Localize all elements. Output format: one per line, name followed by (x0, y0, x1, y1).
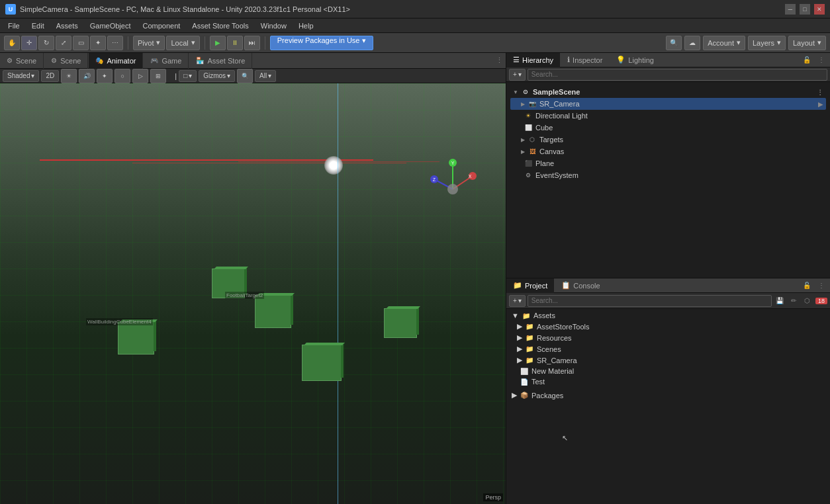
menu-edit[interactable]: Edit (26, 21, 50, 31)
packages-icon: 📦 (520, 392, 528, 399)
sep1 (128, 36, 128, 50)
transform-tool[interactable]: ✦ (90, 36, 106, 50)
orientation-gizmo[interactable]: X Y Z (426, 156, 479, 216)
project-toolbar: + ▾ 💾 ✏ ⬡ 18 (506, 293, 830, 309)
perspective-label: Persp (483, 493, 503, 501)
scene-tab-2-label: Scene (60, 57, 81, 65)
preview-packages-button[interactable]: Preview Packages in Use ▾ (270, 36, 373, 50)
sky-toggle[interactable]: ○ (115, 69, 130, 83)
right-panel: ☰ Hierarchy ℹ Inspector 💡 Lighting 🔓 ⋮ (506, 53, 830, 504)
search-scene-icon[interactable]: 🔍 (237, 69, 253, 83)
project-tab[interactable]: 📁 Project (506, 278, 554, 293)
hierarchy-scene-options[interactable]: ⋮ (817, 89, 823, 96)
pivot-dropdown[interactable]: Pivot ▾ (133, 36, 165, 50)
shading-mode-dropdown[interactable]: Shaded ▾ (3, 70, 39, 82)
hierarchy-search-input[interactable] (528, 69, 827, 81)
scene-tab-1[interactable]: ⚙ Scene (0, 53, 44, 69)
maximize-button[interactable]: □ (800, 4, 810, 15)
sr-camera-options[interactable]: ▶ (818, 101, 823, 108)
asset-store-tab[interactable]: 🏪 Asset Store (189, 53, 252, 69)
project-save-icon[interactable]: 💾 (774, 295, 786, 307)
hierarchy-tab[interactable]: ☰ Hierarchy (506, 53, 560, 67)
hierarchy-options-button[interactable]: ⋮ (815, 54, 827, 66)
scene-tab-2[interactable]: ⚙ Scene (44, 53, 88, 69)
hierarchy-tab-label: Hierarchy (522, 56, 553, 64)
rect-tool[interactable]: ▭ (73, 36, 89, 50)
project-lock-button[interactable]: 🔓 (801, 280, 813, 292)
animator-tab[interactable]: 🎭 Animator (89, 53, 143, 69)
audio-toggle[interactable]: 🔊 (79, 69, 95, 83)
project-add-button[interactable]: + ▾ (509, 295, 526, 307)
left-panel: ⚙ Scene ⚙ Scene 🎭 Animator 🎮 Game 🏪 Asse… (0, 53, 506, 504)
menu-gameobject[interactable]: GameObject (85, 21, 136, 31)
menu-window[interactable]: Window (255, 21, 292, 31)
project-options-button[interactable]: ⋮ (815, 280, 827, 292)
minimize-button[interactable]: ─ (785, 4, 796, 15)
menu-assetstoretools[interactable]: Asset Store Tools (187, 21, 254, 31)
sr-camera-folder[interactable]: ▶ 📁 SR_Camera (509, 355, 827, 366)
hierarchy-item-canvas[interactable]: ▶ 🖼 Canvas (510, 146, 826, 157)
scene-canvas[interactable]: WallBuildingCubeElement4 FootballTarget2… (0, 83, 506, 504)
project-edit-icon[interactable]: ✏ (788, 295, 800, 307)
custom-tool[interactable]: ⋯ (107, 36, 123, 50)
assetstoretools-folder[interactable]: ▶ 📁 AssetStoreTools (509, 321, 827, 332)
packages-root-item[interactable]: ▶ 📦 Packages (509, 390, 827, 401)
new-material-item[interactable]: ⬜ New Material (509, 366, 827, 376)
gizmos-dropdown[interactable]: Gizmos ▾ (199, 70, 235, 82)
menu-help[interactable]: Help (293, 21, 319, 31)
fx-toggle[interactable]: ✦ (97, 69, 113, 83)
hierarchy-item-sr-camera[interactable]: ▶ 📷 SR_Camera ▶ (510, 98, 826, 110)
scene-search-dropdown[interactable]: All ▾ (255, 70, 276, 82)
horizon-line-2 (132, 163, 406, 163)
anim-toggle[interactable]: ▷ (132, 69, 148, 83)
cloud-icon-btn[interactable]: ☁ (684, 36, 700, 50)
test-item[interactable]: 📄 Test (509, 376, 827, 387)
lighting-tab[interactable]: 💡 Lighting (610, 53, 661, 67)
resources-folder[interactable]: ▶ 📁 Resources (509, 332, 827, 343)
hierarchy-item-dlight-label: Directional Light (535, 112, 588, 120)
pause-button[interactable]: ⏸ (227, 36, 243, 50)
menu-file[interactable]: File (3, 21, 25, 31)
move-tool[interactable]: ✛ (21, 36, 37, 50)
expand-icon-targets: ▶ (521, 137, 525, 143)
window-controls[interactable]: ─ □ ✕ (785, 4, 825, 15)
hierarchy-item-targets[interactable]: ▶ ⬡ Targets (510, 134, 826, 146)
hierarchy-item-eventsystem[interactable]: ⚙ EventSystem (510, 169, 826, 181)
aspect-dropdown[interactable]: □ ▾ (179, 70, 197, 82)
project-filter-icon[interactable]: ⬡ (802, 295, 813, 307)
rotate-tool[interactable]: ↻ (38, 36, 54, 50)
menu-component[interactable]: Component (137, 21, 185, 31)
gizmos-label: Gizmos (203, 72, 226, 79)
menu-assets[interactable]: Assets (51, 21, 83, 31)
dimension-toggle[interactable]: 2D (41, 70, 59, 82)
scale-tool[interactable]: ⤢ (56, 36, 71, 50)
assets-root-item[interactable]: ▼ 📁 Assets (509, 310, 827, 321)
search-icon-btn[interactable]: 🔍 (666, 36, 682, 50)
hierarchy-item-samplescene[interactable]: ▼ ⊙ SampleScene ⋮ (510, 86, 826, 98)
play-button[interactable]: ▶ (210, 36, 226, 50)
tab-options-button[interactable]: ⋮ (492, 54, 506, 67)
overlay-toggle[interactable]: ⊞ (150, 69, 166, 83)
close-button[interactable]: ✕ (814, 4, 825, 15)
light-toggle[interactable]: ☀ (61, 69, 77, 83)
project-search-input[interactable] (528, 295, 772, 307)
inspector-tab[interactable]: ℹ Inspector (561, 53, 609, 67)
game-tab[interactable]: 🎮 Game (144, 53, 189, 69)
hand-tool[interactable]: ✋ (4, 36, 20, 50)
layout-dropdown[interactable]: Layout ▾ (788, 36, 826, 50)
step-button[interactable]: ⏭ (244, 36, 260, 50)
inspector-tab-icon: ℹ (567, 56, 570, 64)
local-dropdown[interactable]: Local ▾ (166, 36, 199, 50)
account-dropdown[interactable]: Account ▾ (703, 36, 745, 50)
resources-triangle: ▶ (517, 333, 522, 342)
svg-text:Y: Y (451, 161, 455, 165)
layers-dropdown[interactable]: Layers ▾ (748, 36, 786, 50)
hierarchy-item-cube[interactable]: ⬜ Cube (510, 122, 826, 134)
hierarchy-lock-button[interactable]: 🔓 (801, 54, 813, 66)
hierarchy-add-button[interactable]: + ▾ (509, 69, 526, 81)
scenes-folder[interactable]: ▶ 📁 Scenes (509, 343, 827, 355)
hierarchy-item-directional-light[interactable]: ☀ Directional Light (510, 110, 826, 122)
test-label: Test (531, 378, 545, 386)
console-tab[interactable]: 📋 Console (555, 278, 606, 293)
hierarchy-item-plane[interactable]: ⬛ Plane (510, 157, 826, 169)
